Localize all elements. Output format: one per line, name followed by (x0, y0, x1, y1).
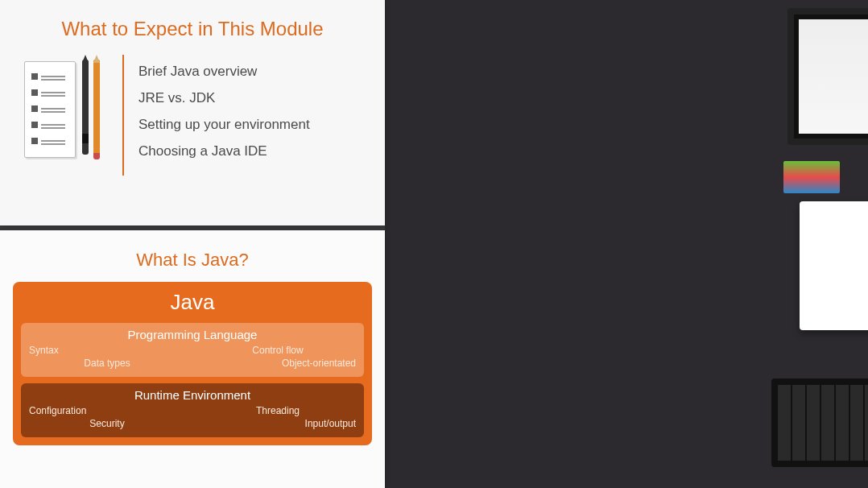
pen-icon (82, 60, 89, 155)
magazines-icon (783, 161, 840, 193)
runtime-environment-card: Runtime Environment Configuration Thread… (21, 383, 364, 437)
slide-title: What to Expect in This Module (0, 0, 385, 40)
list-item: Brief Java overview (138, 58, 310, 85)
runtime-item: Threading (256, 405, 300, 416)
lang-item: Control flow (252, 345, 303, 356)
list-item: Choosing a Java IDE (138, 138, 310, 164)
list-item: Setting up your environment (138, 111, 310, 138)
vertical-divider (122, 55, 124, 176)
subcard-title: Programming Language (29, 328, 356, 341)
programming-language-card: Programming Language Syntax Control flow… (21, 323, 364, 377)
lang-item: Syntax (29, 345, 59, 356)
course-slide-stage: What to Expect in This Module Brief Java… (0, 0, 868, 488)
subcard-title: Runtime Environment (29, 388, 356, 402)
lang-item: Data types (84, 358, 130, 369)
lang-item: Object-orientated (282, 358, 356, 369)
slide-module-expectations: What to Expect in This Module Brief Java… (0, 0, 385, 225)
open-book-icon (800, 201, 868, 330)
runtime-item: Configuration (29, 405, 86, 416)
list-item: JRE vs. JDK (138, 85, 310, 111)
checklist-icon (19, 55, 108, 167)
slide-title: What Is Java? (0, 230, 385, 271)
pencil-icon (93, 60, 100, 155)
java-card: Java Programming Language Syntax Control… (13, 282, 372, 445)
expectations-list: Brief Java overview JRE vs. JDK Setting … (138, 55, 310, 165)
desk-photo (385, 0, 868, 488)
runtime-item: Security (89, 418, 124, 429)
runtime-item: Input/output (305, 418, 356, 429)
monitor-icon (787, 8, 868, 145)
java-card-title: Java (21, 288, 364, 320)
keyboard-icon (771, 378, 868, 467)
slide-what-is-java: What Is Java? Java Programming Language … (0, 230, 385, 488)
